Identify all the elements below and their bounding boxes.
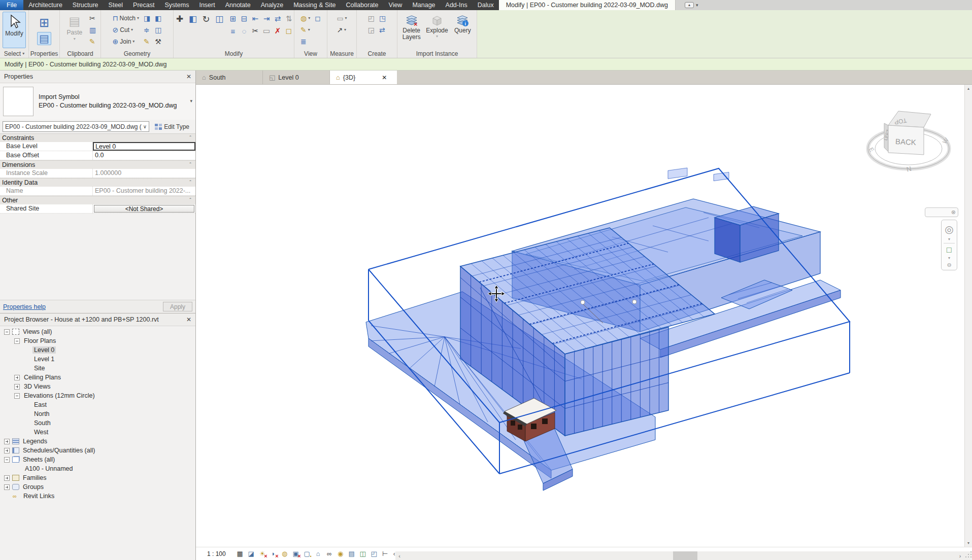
section-identity-data[interactable]: Identity Dataˆ: [0, 178, 195, 187]
project-browser-header[interactable]: Project Browser - House at +1200 and PB+…: [0, 313, 195, 326]
property-row-base-offset[interactable]: Base Offset 0.0: [0, 151, 195, 160]
displacement-sets-icon[interactable]: ◰: [369, 549, 379, 558]
ribbon-collapse-toggle[interactable]: ▴ ▾: [685, 2, 698, 8]
tree-expand-icon[interactable]: [4, 448, 10, 453]
tab-insert[interactable]: Insert: [194, 0, 220, 10]
tab-architecture[interactable]: Architecture: [23, 0, 68, 10]
type-properties-icon[interactable]: ⊞: [39, 16, 49, 30]
close-icon[interactable]: ✕: [382, 74, 387, 81]
move-tool-icon[interactable]: ✚: [176, 14, 183, 24]
pin-icon[interactable]: ✂: [252, 26, 259, 36]
offset-icon[interactable]: ⊟: [241, 14, 248, 23]
wall-opening-button[interactable]: ◨: [142, 13, 152, 23]
split-icon[interactable]: ⇄: [275, 14, 281, 23]
tab-systems[interactable]: Systems: [159, 0, 194, 10]
locked-3d-view-icon[interactable]: ⌂: [313, 549, 323, 558]
tree-collapse-icon[interactable]: [4, 329, 10, 335]
measure-between-icon[interactable]: ◻: [286, 26, 292, 36]
tree-expand-icon[interactable]: [14, 384, 20, 390]
tab-file[interactable]: File: [0, 0, 23, 10]
browser-item-west[interactable]: West: [0, 428, 195, 437]
chevron-down-icon[interactable]: ▾: [948, 256, 950, 260]
tab-view[interactable]: View: [384, 0, 408, 10]
scroll-down-icon[interactable]: ▾: [965, 539, 972, 547]
browser-item-south[interactable]: South: [0, 418, 195, 428]
close-icon[interactable]: ✕: [186, 316, 191, 323]
drawing-canvas[interactable]: N E W LEFT TOP BACK ⊗ ◎ ▾: [196, 85, 964, 547]
browser-item-east[interactable]: East: [0, 400, 195, 409]
cope-button[interactable]: ≑: [142, 24, 152, 35]
reveal-hidden-elements-icon[interactable]: ◉: [336, 549, 346, 558]
trim-corner-icon[interactable]: ⇤: [252, 14, 259, 23]
reveal-constraints-icon[interactable]: ⊢: [380, 549, 390, 558]
linework-button[interactable]: ≣: [299, 36, 312, 47]
delete-layers-button[interactable]: × Delete Layers: [399, 12, 423, 48]
chevron-down-icon[interactable]: ▾: [190, 98, 192, 103]
view-tab-south[interactable]: ⌂ South: [196, 71, 263, 84]
beam-opening-button[interactable]: ◧: [153, 13, 163, 23]
properties-palette-header[interactable]: Properties ✕: [0, 71, 195, 83]
tree-expand-icon[interactable]: [4, 439, 10, 444]
browser-item-sheets[interactable]: Sheets (all): [0, 455, 195, 464]
close-icon[interactable]: ✕: [186, 73, 191, 80]
navbar-close-button[interactable]: ⊗: [925, 207, 958, 217]
tab-precast[interactable]: Precast: [128, 0, 159, 10]
base-level-value[interactable]: Level 0: [93, 142, 195, 151]
match-type-button[interactable]: ✎: [88, 36, 97, 47]
properties-palette-icon[interactable]: ▤: [37, 32, 51, 45]
cut-geometry-button[interactable]: ⊘Cut▾: [111, 24, 141, 35]
collapse-chevron-icon[interactable]: ˆ: [189, 135, 191, 141]
property-row-name[interactable]: Name EP00 - Customer building 2022-...: [0, 187, 195, 196]
sun-path-icon[interactable]: ☀: [257, 549, 267, 558]
unpin-icon[interactable]: ▭: [263, 26, 270, 36]
tree-expand-icon[interactable]: [4, 484, 10, 490]
paint-button[interactable]: ✎: [142, 36, 152, 47]
mirror-tool-icon[interactable]: ◫: [215, 14, 223, 24]
modify-tool-button[interactable]: Modify: [3, 12, 26, 48]
section-dimensions[interactable]: Dimensionsˆ: [0, 160, 195, 169]
properties-help-link[interactable]: Properties help: [3, 303, 46, 310]
tab-dalux[interactable]: Dalux: [473, 0, 499, 10]
show-crop-region-icon[interactable]: ▢: [302, 549, 312, 558]
horizontal-scroll-track[interactable]: [404, 551, 956, 560]
tab-annotate[interactable]: Annotate: [220, 0, 256, 10]
tab-structure[interactable]: Structure: [68, 0, 104, 10]
shadows-icon[interactable]: ◗: [269, 549, 279, 558]
scroll-right-icon[interactable]: ›: [956, 551, 964, 560]
tab-manage[interactable]: Manage: [407, 0, 440, 10]
vertical-scrollbar[interactable]: ▴ ▾: [964, 85, 972, 547]
tab-steel[interactable]: Steel: [104, 0, 128, 10]
rendering-dialog-icon[interactable]: ◍: [280, 549, 290, 558]
contextual-tab-modify[interactable]: Modify | EP00 - Customer building 2022-0…: [499, 0, 676, 10]
tab-massing-site[interactable]: Massing & Site: [288, 0, 341, 10]
explode-button[interactable]: Explode ▾: [425, 12, 449, 48]
rotate-tool-icon[interactable]: ↻: [202, 14, 210, 25]
split-gap-icon[interactable]: ⇅: [286, 14, 292, 23]
browser-item-3d-views[interactable]: 3D Views: [0, 382, 195, 391]
browser-item-level-1[interactable]: Level 1: [0, 355, 195, 364]
cut-to-clipboard-button[interactable]: ✂: [88, 13, 97, 23]
tree-expand-icon[interactable]: [4, 475, 10, 481]
scroll-left-icon[interactable]: ‹: [395, 551, 404, 560]
create-similar-button[interactable]: ◳: [378, 13, 387, 23]
horizontal-scrollbar[interactable]: ‹ ›: [395, 551, 972, 560]
browser-item-site[interactable]: Site: [0, 364, 195, 373]
collapse-chevron-icon[interactable]: ˆ: [189, 180, 191, 186]
browser-item-elevations[interactable]: Elevations (12mm Circle): [0, 391, 195, 400]
join-geometry-button[interactable]: ⊕Join▾: [111, 36, 141, 47]
3d-model-view[interactable]: [196, 85, 957, 547]
property-row-shared-site[interactable]: Shared Site <Not Shared>: [0, 204, 195, 214]
property-row-base-level[interactable]: Base Level Level 0: [0, 142, 195, 151]
steering-wheel-icon[interactable]: ◎: [945, 223, 953, 235]
shared-site-button[interactable]: <Not Shared>: [94, 205, 194, 213]
create-group-button[interactable]: ◰: [366, 13, 376, 23]
horizontal-scroll-thumb[interactable]: [673, 551, 697, 560]
resize-grip[interactable]: [964, 551, 972, 560]
browser-item-schedules[interactable]: Schedules/Quantities (all): [0, 446, 195, 455]
tree-collapse-icon[interactable]: [14, 393, 20, 399]
scroll-up-icon[interactable]: ▴: [965, 85, 972, 92]
compass-north-label[interactable]: N: [906, 165, 912, 173]
tree-expand-icon[interactable]: [14, 375, 20, 380]
browser-item-revit-links[interactable]: ∞Revit Links: [0, 492, 195, 501]
tab-collaborate[interactable]: Collaborate: [341, 0, 384, 10]
